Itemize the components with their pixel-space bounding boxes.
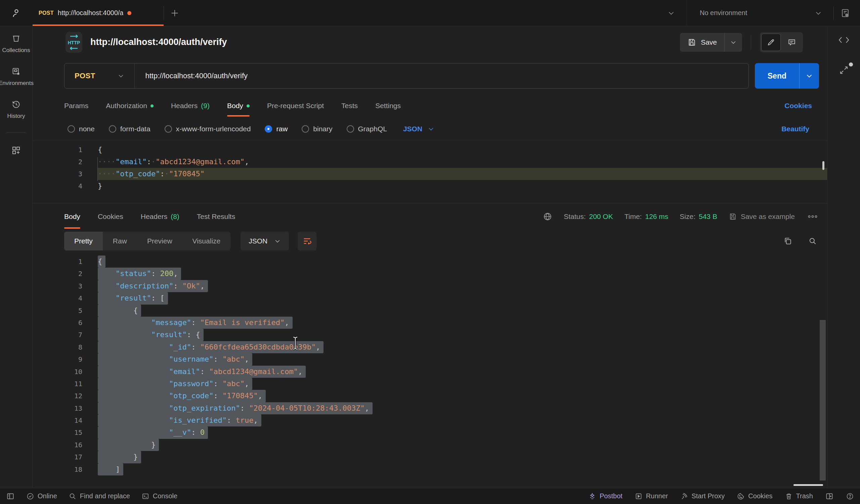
- right-rail: [827, 26, 860, 488]
- history-icon: [11, 99, 21, 109]
- tab-tests[interactable]: Tests: [341, 94, 358, 118]
- url-bar: POST http://localhost:4000/auth/verify: [64, 63, 749, 89]
- response-horizontal-scrollbar[interactable]: [793, 484, 823, 486]
- new-tab-button[interactable]: [164, 0, 185, 26]
- code-snippet-button[interactable]: [838, 35, 849, 44]
- environment-quick-look-icon[interactable]: [836, 4, 855, 23]
- tab-params[interactable]: Params: [64, 94, 88, 118]
- runner-button[interactable]: Runner: [634, 492, 668, 500]
- tab-headers[interactable]: Headers(9): [171, 94, 210, 118]
- sidebar-item-environments[interactable]: Environments: [0, 66, 33, 87]
- pencil-icon: [767, 38, 775, 46]
- view-segmented-control: Pretty Raw Preview Visualize: [64, 232, 230, 251]
- sidebar-item-history[interactable]: History: [8, 99, 25, 120]
- wrap-lines-button[interactable]: [298, 232, 316, 251]
- divider: [687, 0, 687, 26]
- send-options-chevron[interactable]: [799, 63, 819, 89]
- tab-settings[interactable]: Settings: [375, 94, 401, 118]
- request-body-editor[interactable]: 1{2····"email":·"abcd1234@gmail.com",3··…: [32, 140, 827, 204]
- code-line: 3 "description": "Ok",: [32, 280, 827, 292]
- code-line: 3····"otp_code":·"170845": [32, 168, 827, 180]
- help-button[interactable]: [846, 492, 854, 500]
- radio-form-data[interactable]: form-data: [109, 125, 150, 133]
- collapse-response-button[interactable]: [839, 65, 849, 75]
- sidebar-item-collections[interactable]: Collections: [2, 33, 30, 54]
- request-tab[interactable]: POST http://localhost:4000/a: [32, 0, 163, 26]
- rename-button[interactable]: [761, 33, 781, 51]
- save-as-example-button[interactable]: Save as example: [729, 212, 795, 221]
- sidebar-item-label: Environments: [0, 80, 33, 87]
- raw-language-dropdown[interactable]: JSON: [403, 125, 434, 133]
- tab-authorization[interactable]: Authorization: [106, 94, 154, 118]
- account-avatar-icon[interactable]: [11, 8, 22, 19]
- environment-selector[interactable]: No environment: [690, 9, 831, 17]
- code-line: 7 "result": {: [32, 329, 827, 341]
- chevron-down-icon: [428, 125, 434, 132]
- response-meta-row: Body Cookies Headers(8) Test Results Sta…: [32, 204, 827, 229]
- save-options-chevron[interactable]: [724, 33, 742, 52]
- response-tab-body[interactable]: Body: [64, 204, 80, 229]
- editor-scrollbar[interactable]: [822, 161, 825, 170]
- configure-workbench-button[interactable]: [11, 145, 21, 155]
- comments-button[interactable]: [782, 33, 802, 51]
- response-tab-headers[interactable]: Headers(8): [141, 204, 180, 229]
- response-language-dropdown[interactable]: JSON: [241, 232, 289, 251]
- tab-overflow-chevron-icon[interactable]: [662, 4, 680, 23]
- two-pane-view-button[interactable]: [825, 492, 834, 501]
- code-line: 4 "result": [: [32, 292, 827, 304]
- cookies-button[interactable]: Cookies: [737, 492, 772, 500]
- tab-body[interactable]: Body: [227, 94, 249, 118]
- text-cursor-pointer: [291, 336, 299, 350]
- response-body-viewer[interactable]: 1{2 "status": 200,3 "description": "Ok",…: [32, 253, 827, 488]
- response-vertical-scrollbar[interactable]: [820, 320, 826, 480]
- body-mode-row: none form-data x-www-form-urlencoded raw…: [32, 118, 827, 140]
- radio-binary[interactable]: binary: [302, 125, 332, 133]
- code-line: 13 "otp_expiration": "2024-04-05T10:28:4…: [32, 402, 827, 414]
- divider: [833, 6, 834, 20]
- view-preview[interactable]: Preview: [137, 232, 183, 251]
- code-line: 11 "password": "abc",: [32, 378, 827, 390]
- online-status[interactable]: Online: [26, 492, 57, 500]
- code-line: 9 "username": "abc",: [32, 353, 827, 365]
- sidebar-divider: [6, 132, 26, 133]
- start-proxy-button[interactable]: Start Proxy: [680, 492, 725, 500]
- response-tab-test-results[interactable]: Test Results: [197, 204, 235, 229]
- view-pretty[interactable]: Pretty: [64, 232, 103, 251]
- wrap-lines-icon: [302, 236, 312, 246]
- console-button[interactable]: Console: [141, 492, 177, 500]
- edit-comment-group: [760, 32, 803, 53]
- radio-none[interactable]: none: [68, 125, 95, 133]
- view-raw[interactable]: Raw: [103, 232, 137, 251]
- response-more-actions-icon[interactable]: [806, 214, 819, 219]
- tab-pre-request-script[interactable]: Pre-request Script: [267, 94, 324, 118]
- toggle-sidebar-button[interactable]: [6, 492, 15, 501]
- radio-raw[interactable]: raw: [265, 125, 288, 133]
- url-input[interactable]: http://localhost:4000/auth/verify: [135, 72, 748, 80]
- http-request-icon: HTTP: [65, 31, 83, 54]
- response-tab-cookies[interactable]: Cookies: [98, 204, 123, 229]
- save-icon: [729, 212, 737, 221]
- find-and-replace-button[interactable]: Find and replace: [69, 492, 130, 500]
- save-button[interactable]: Save: [680, 33, 742, 52]
- beautify-link[interactable]: Beautify: [782, 125, 809, 133]
- send-button[interactable]: Send: [755, 63, 819, 89]
- network-globe-icon[interactable]: [543, 212, 552, 221]
- code-line: 17 }: [32, 451, 827, 463]
- trash-button[interactable]: Trash: [785, 492, 813, 500]
- code-line: 18 ]: [32, 463, 827, 475]
- cookies-link[interactable]: Cookies: [785, 102, 812, 110]
- postbot-button[interactable]: Postbot: [588, 492, 622, 500]
- size-pair: Size:543 B: [679, 212, 717, 221]
- code-line: 14 "is_verified": true,: [32, 414, 827, 427]
- status-pair: Status:200 OK: [564, 212, 613, 221]
- comment-icon: [787, 38, 796, 47]
- search-response-icon[interactable]: [808, 237, 817, 246]
- copy-response-icon[interactable]: [784, 237, 792, 246]
- tab-method-label: POST: [39, 10, 54, 16]
- code-line: 1{: [32, 144, 827, 156]
- method-dropdown[interactable]: POST: [64, 72, 134, 80]
- view-visualize[interactable]: Visualize: [183, 232, 231, 251]
- radio-graphql[interactable]: GraphQL: [347, 125, 387, 133]
- code-line: 10 "email": "abcd1234@gmail.com",: [32, 366, 827, 378]
- radio-x-www-form-urlencoded[interactable]: x-www-form-urlencoded: [164, 125, 251, 133]
